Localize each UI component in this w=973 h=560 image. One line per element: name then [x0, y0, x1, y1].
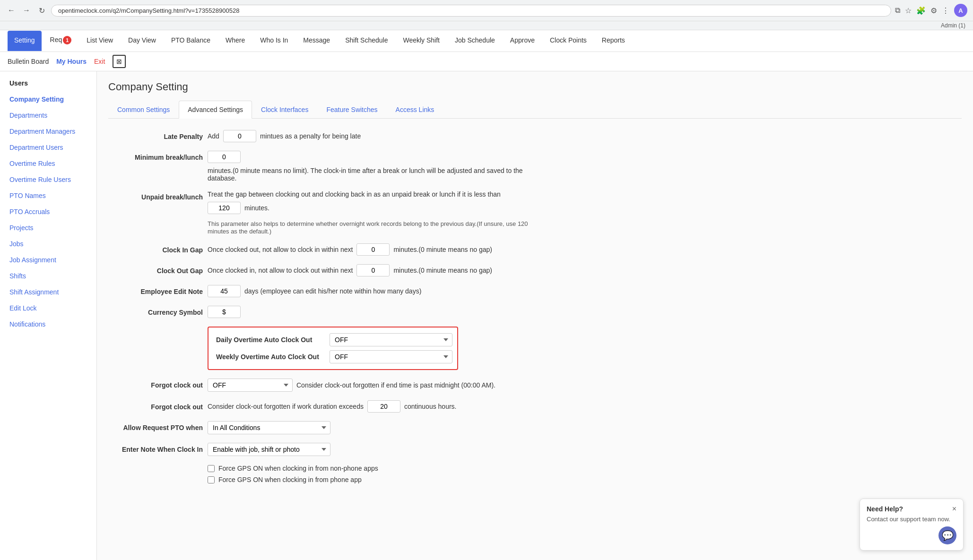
tab-advanced-settings[interactable]: Advanced Settings: [179, 101, 252, 119]
sidebar-item-company-setting[interactable]: Company Setting: [0, 91, 96, 107]
admin-avatar[interactable]: A: [954, 4, 967, 17]
sidebar-item-pto-accruals[interactable]: PTO Accruals: [0, 204, 96, 220]
force-gps-non-phone-row: Force GPS ON when clocking in from non-p…: [208, 465, 534, 472]
browser-icons: ⧉ ☆ 🧩 ⚙ ⋮ A: [895, 4, 967, 17]
main-content: Company Setting Common Settings Advanced…: [97, 71, 973, 560]
nav-item-reports[interactable]: Reports: [595, 31, 632, 51]
back-button[interactable]: ←: [6, 5, 17, 16]
sidebar-item-jobs[interactable]: Jobs: [0, 236, 96, 252]
nav-item-pto-balance[interactable]: PTO Balance: [165, 31, 217, 51]
nav-item-clock-points[interactable]: Clock Points: [543, 31, 593, 51]
late-penalty-label: Late Penalty: [108, 130, 203, 140]
clock-in-gap-row: Clock In Gap Once clocked out, not allow…: [108, 243, 534, 256]
monitor-icon[interactable]: ⊠: [113, 55, 126, 68]
nav-item-weekly-shift[interactable]: Weekly Shift: [396, 31, 446, 51]
daily-overtime-label: Daily Overtime Auto Clock Out: [216, 336, 325, 344]
bulletin-board-link[interactable]: Bulletin Board: [8, 58, 49, 65]
clock-out-gap-content: Once clocked in, not allow to clock out …: [208, 264, 534, 276]
employee-edit-note-content: days (employee can edit his/her note wit…: [208, 285, 534, 297]
sidebar-item-department-managers[interactable]: Department Managers: [0, 123, 96, 139]
enter-note-clock-in-select[interactable]: Enable with job, shift or photo Always E…: [208, 443, 330, 456]
forgot-clock-out-midnight-select[interactable]: OFF ON: [208, 379, 293, 392]
employee-edit-note-input[interactable]: [208, 285, 241, 297]
settings-form: Late Penalty Add mintues as a penalty fo…: [108, 130, 534, 483]
unpaid-break-input[interactable]: [208, 202, 241, 214]
reload-button[interactable]: ↻: [36, 5, 47, 16]
forward-button[interactable]: →: [21, 5, 32, 16]
min-break-lunch-content: minutes.(0 minute means no limit). The c…: [208, 151, 534, 182]
min-break-lunch-input[interactable]: [208, 151, 241, 163]
nav-item-day-view[interactable]: Day View: [122, 31, 163, 51]
nav-item-job-schedule[interactable]: Job Schedule: [448, 31, 502, 51]
sidebar-item-overtime-rule-users[interactable]: Overtime Rule Users: [0, 172, 96, 188]
nav-item-shift-schedule[interactable]: Shift Schedule: [339, 31, 394, 51]
force-gps-phone-checkbox[interactable]: [208, 476, 215, 483]
late-penalty-input[interactable]: [223, 130, 256, 142]
clock-in-gap-prefix: Once clocked out, not allow to clock in …: [208, 246, 353, 253]
sidebar-item-department-users[interactable]: Department Users: [0, 139, 96, 155]
screen-icon[interactable]: ⧉: [895, 6, 900, 15]
forgot-clock-out-midnight-label: Forgot clock out: [108, 379, 203, 389]
nav-item-approve[interactable]: Approve: [504, 31, 541, 51]
nav-item-where[interactable]: Where: [219, 31, 252, 51]
sidebar-item-notifications[interactable]: Notifications: [0, 316, 96, 332]
secondary-nav: Bulletin Board My Hours Exit ⊠: [0, 52, 973, 71]
help-widget-title: Need Help?: [867, 505, 903, 513]
help-chat-button[interactable]: 💬: [938, 526, 956, 544]
nav-item-setting[interactable]: Setting: [8, 31, 42, 51]
min-break-lunch-label: Minimum break/lunch: [108, 151, 203, 161]
forgot-clock-out-hours-input[interactable]: [367, 400, 400, 413]
sidebar-item-shift-assignment[interactable]: Shift Assignment: [0, 284, 96, 300]
tab-common-settings[interactable]: Common Settings: [108, 101, 179, 119]
sidebar-item-users[interactable]: Users: [0, 75, 96, 91]
help-widget-close[interactable]: ×: [952, 505, 956, 513]
force-gps-phone-label: Force GPS ON when clocking in from phone…: [218, 476, 362, 483]
help-widget-text: Contact our support team now.: [867, 516, 950, 523]
tab-clock-interfaces[interactable]: Clock Interfaces: [252, 101, 317, 119]
sidebar-item-departments[interactable]: Departments: [0, 107, 96, 123]
admin-label: Admin (1): [941, 22, 965, 29]
nav-item-message[interactable]: Message: [296, 31, 337, 51]
tab-access-links[interactable]: Access Links: [387, 101, 443, 119]
clock-out-gap-input[interactable]: [356, 264, 390, 276]
currency-symbol-input[interactable]: [208, 306, 241, 318]
allow-request-pto-content: In All Conditions Only When Clocked Out: [208, 421, 534, 434]
url-bar[interactable]: [51, 5, 891, 17]
clock-out-gap-suffix: minutes.(0 minute means no gap): [393, 267, 492, 274]
sidebar-item-overtime-rules[interactable]: Overtime Rules: [0, 155, 96, 172]
tab-feature-switches[interactable]: Feature Switches: [317, 101, 386, 119]
star-icon[interactable]: ☆: [905, 6, 912, 15]
exit-link[interactable]: Exit: [94, 58, 105, 65]
force-gps-non-phone-checkbox[interactable]: [208, 465, 215, 472]
enter-note-clock-in-content: Enable with job, shift or photo Always E…: [208, 443, 534, 456]
sidebar-item-pto-names[interactable]: PTO Names: [0, 188, 96, 204]
puzzle-icon[interactable]: ⚙: [930, 6, 937, 15]
sidebar-item-job-assignment[interactable]: Job Assignment: [0, 252, 96, 268]
clock-out-gap-label: Clock Out Gap: [108, 264, 203, 275]
clock-in-gap-input[interactable]: [356, 243, 390, 256]
forgot-clock-out-midnight-row: Forgot clock out OFF ON Consider clock-o…: [108, 379, 534, 392]
sidebar-item-edit-lock[interactable]: Edit Lock: [0, 300, 96, 316]
allow-request-pto-label: Allow Request PTO when: [108, 421, 203, 431]
nav-item-list-view[interactable]: List View: [80, 31, 120, 51]
my-hours-link[interactable]: My Hours: [56, 58, 87, 65]
forgot-clock-out-midnight-content: OFF ON Consider clock-out forgotten if e…: [208, 379, 534, 392]
extension-icon[interactable]: 🧩: [916, 6, 926, 15]
unpaid-break-lunch-label: Unpaid break/lunch: [108, 190, 203, 201]
unpaid-break-lunch-content: Treat the gap between clocking out and c…: [208, 190, 534, 235]
request-badge: 1: [63, 36, 71, 44]
daily-overtime-select[interactable]: OFF ON: [330, 333, 452, 346]
currency-symbol-row: Currency Symbol: [108, 306, 534, 318]
nav-item-request[interactable]: Req1: [43, 30, 78, 52]
menu-icon[interactable]: ⋮: [942, 6, 949, 15]
clock-in-gap-label: Clock In Gap: [108, 243, 203, 254]
nav-item-who-is-in[interactable]: Who Is In: [253, 31, 295, 51]
weekly-overtime-label: Weekly Overtime Auto Clock Out: [216, 353, 325, 361]
forgot-clock-out-hours-label: Forgot clock out: [108, 400, 203, 411]
forgot-clock-out-hours-prefix: Consider clock-out forgotten if work dur…: [208, 403, 364, 410]
allow-request-pto-select[interactable]: In All Conditions Only When Clocked Out: [208, 421, 330, 434]
enter-note-clock-in-label: Enter Note When Clock In: [108, 443, 203, 453]
weekly-overtime-select[interactable]: OFF ON: [330, 350, 452, 363]
sidebar-item-shifts[interactable]: Shifts: [0, 268, 96, 284]
sidebar-item-projects[interactable]: Projects: [0, 220, 96, 236]
